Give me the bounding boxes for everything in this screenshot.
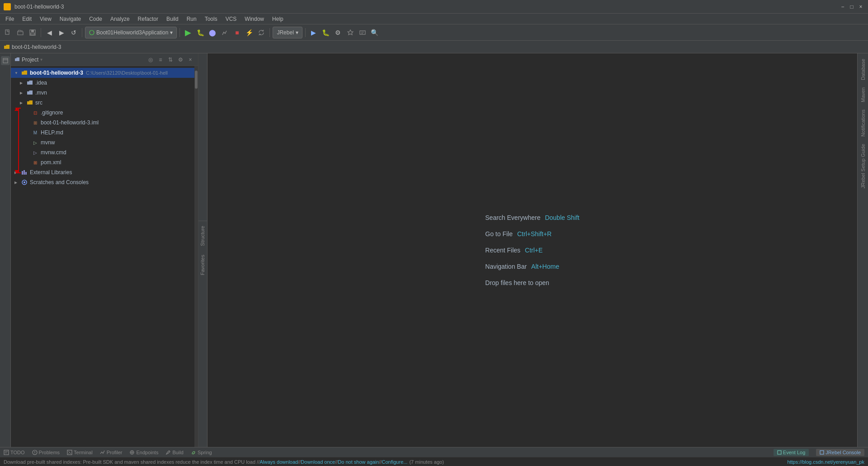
profile-button[interactable] <box>219 27 230 38</box>
stop-button[interactable]: ■ <box>231 27 242 38</box>
menu-tools[interactable]: Tools <box>201 15 221 23</box>
exec-file-icon: ▷ <box>32 139 39 146</box>
external-libraries-item[interactable]: External Libraries <box>11 167 198 177</box>
save-button[interactable] <box>27 27 38 38</box>
item-label: mvnw <box>41 139 55 146</box>
title-bar-left: ♦ boot-01-helloworld-3 <box>4 3 64 10</box>
new-button[interactable] <box>3 27 14 38</box>
item-label: Scratches and Consoles <box>30 179 89 185</box>
tree-item[interactable]: ▷ mvnw.cmd <box>11 147 198 157</box>
endpoints-status[interactable]: Endpoints <box>129 450 158 455</box>
coverage-button[interactable]: ⬤ <box>207 27 218 38</box>
tree-item[interactable]: src <box>11 98 198 108</box>
locate-file-button[interactable]: ◎ <box>146 56 155 64</box>
refresh-button[interactable]: ↺ <box>68 27 79 38</box>
root-path: C:\Users\32120\Desktop\boot-01-hell <box>86 70 168 76</box>
library-icon <box>21 169 28 176</box>
configure-link[interactable]: Configure... <box>382 459 408 465</box>
spring-status[interactable]: Spring <box>191 450 212 455</box>
maven-tab[interactable]: Maven <box>859 84 867 106</box>
src-folder-icon <box>26 99 33 106</box>
run-button[interactable]: ▶ <box>183 27 193 38</box>
jrebel-setup-tab[interactable]: JRebel Setup Guide <box>859 140 867 192</box>
jrebel-dropdown[interactable]: JRebel ▾ <box>273 27 302 38</box>
menu-view[interactable]: View <box>36 15 55 23</box>
minimize-button[interactable]: − <box>839 3 846 10</box>
item-label: .idea <box>35 80 47 86</box>
item-label: pom.xml <box>41 159 61 166</box>
search-everywhere-button[interactable]: 🔍 <box>369 27 380 38</box>
tree-settings-button[interactable]: ⚙ <box>176 56 184 64</box>
md-file-icon: M <box>32 129 39 136</box>
menu-code[interactable]: Code <box>85 15 106 23</box>
problems-status[interactable]: Problems <box>32 450 60 455</box>
tree-item[interactable]: ⊞ pom.xml <box>11 157 198 167</box>
do-not-show-link[interactable]: Do not show again <box>338 459 379 465</box>
build-button[interactable]: ⚡ <box>244 27 255 38</box>
tree-item[interactable]: .mvn <box>11 88 198 98</box>
edit-config-button[interactable] <box>357 27 368 38</box>
todo-status[interactable]: TODO <box>4 450 25 455</box>
svg-rect-16 <box>778 451 781 454</box>
navigation-bar-row: Navigation Bar Alt+Home <box>485 263 559 270</box>
tree-item[interactable]: ⊡ .gitignore <box>11 108 198 118</box>
maximize-button[interactable]: □ <box>848 3 855 10</box>
tree-item[interactable]: M HELP.md <box>11 128 198 138</box>
structure-favorites-panel: Structure Favorites <box>198 53 208 447</box>
menu-file[interactable]: File <box>2 15 18 23</box>
tree-item[interactable]: ▷ mvnw <box>11 138 198 147</box>
status-bar-right: Event Log JRebel Console <box>774 449 864 456</box>
chevron-down-icon <box>14 71 21 75</box>
always-download-link[interactable]: Always download <box>259 459 298 465</box>
item-label: src <box>35 100 42 106</box>
window-controls[interactable]: − □ × <box>839 3 864 10</box>
menu-run[interactable]: Run <box>183 15 200 23</box>
profiler-status[interactable]: Profiler <box>100 450 123 455</box>
tree-close-button[interactable]: × <box>186 56 194 64</box>
settings-button[interactable]: ⚙ <box>333 27 344 38</box>
jrebel-run-button[interactable]: ▶ <box>308 27 319 38</box>
favorites-tab[interactable]: Favorites <box>198 250 207 280</box>
forward-button[interactable]: ▶ <box>56 27 67 38</box>
database-tab[interactable]: Database <box>859 55 867 84</box>
menu-edit[interactable]: Edit <box>19 15 35 23</box>
expand-all-button[interactable]: ⇅ <box>166 56 175 64</box>
tree-root-item[interactable]: boot-01-helloworld-3 C:\Users\32120\Desk… <box>11 68 198 78</box>
dropdown-chevron-icon: ▾ <box>40 57 42 62</box>
jrebel-debug-button[interactable]: 🐛 <box>321 27 331 38</box>
open-button[interactable] <box>15 27 26 38</box>
toolbar: ◀ ▶ ↺ Boot01Helloworld3Application ▾ ▶ 🐛… <box>0 24 868 41</box>
tree-item[interactable]: .idea <box>11 78 198 88</box>
menu-refactor[interactable]: Refactor <box>134 15 162 23</box>
menu-help[interactable]: Help <box>269 15 287 23</box>
build-status[interactable]: Build <box>165 450 183 455</box>
notifications-tab[interactable]: Notifications <box>859 106 867 140</box>
back-button[interactable]: ◀ <box>44 27 55 38</box>
menu-window[interactable]: Window <box>241 15 268 23</box>
close-button[interactable]: × <box>857 3 864 10</box>
tree-scrollbar[interactable] <box>194 66 198 447</box>
menu-navigate[interactable]: Navigate <box>56 15 85 23</box>
jrebel-console-status[interactable]: JRebel Console <box>816 449 864 456</box>
scratches-icon <box>21 179 28 186</box>
cmd-file-icon: ▷ <box>32 149 39 156</box>
tree-item[interactable]: ⊞ boot-01-helloworld-3.iml <box>11 118 198 128</box>
menu-vcs[interactable]: VCS <box>222 15 241 23</box>
status-bar: TODO Problems Terminal Profiler Endpoint… <box>0 447 868 457</box>
project-icon[interactable] <box>1 56 10 65</box>
svg-rect-17 <box>820 451 824 454</box>
download-once-link[interactable]: Download once <box>301 459 335 465</box>
sync-button[interactable] <box>256 27 267 38</box>
terminal-status[interactable]: Terminal <box>67 450 93 455</box>
sdk-button[interactable] <box>345 27 356 38</box>
folder-icon <box>4 44 10 50</box>
item-label: HELP.md <box>41 129 63 136</box>
scratches-item[interactable]: Scratches and Consoles <box>11 177 198 187</box>
menu-build[interactable]: Build <box>163 15 182 23</box>
run-config-dropdown[interactable]: Boot01Helloworld3Application ▾ <box>85 27 177 38</box>
debug-button[interactable]: 🐛 <box>195 27 206 38</box>
event-log-status[interactable]: Event Log <box>774 449 809 456</box>
collapse-all-button[interactable]: ≡ <box>156 56 165 64</box>
structure-tab[interactable]: Structure <box>198 221 207 251</box>
menu-analyze[interactable]: Analyze <box>107 15 133 23</box>
